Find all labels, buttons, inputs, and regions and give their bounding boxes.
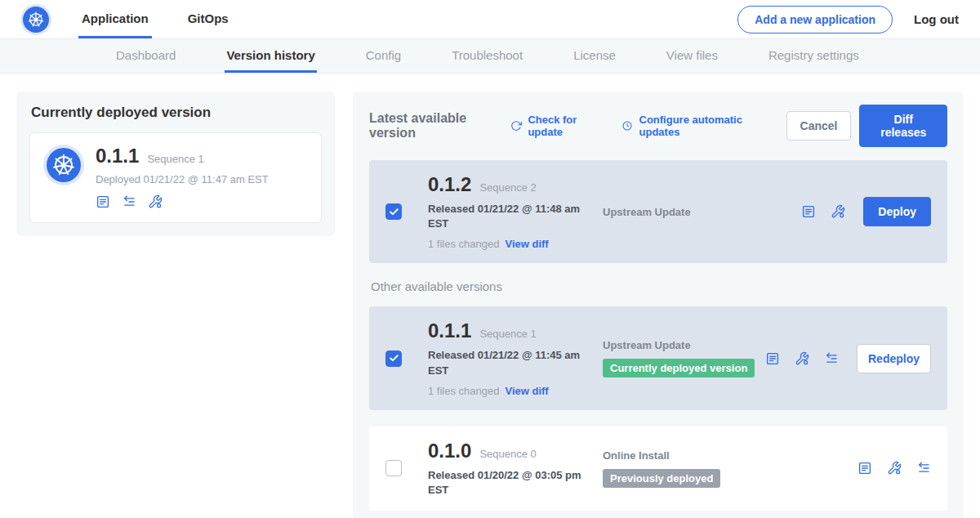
version-info: 0.1.2 Sequence 2 Released 01/21/22 @ 11:…	[428, 173, 598, 250]
version-source: Online Install Previously deployed	[598, 449, 858, 488]
configure-automatic-updates-label: Configure automatic updates	[639, 114, 768, 138]
sequence-label: Sequence 2	[479, 181, 536, 194]
version-source: Upstream Update	[598, 206, 801, 218]
version-row-0-1-1: 0.1.1 Sequence 1 Released 01/21/22 @ 11:…	[369, 306, 947, 409]
version-row-0-1-0: 0.1.0 Sequence 0 Released 01/20/22 @ 03:…	[369, 426, 947, 511]
version-checkbox[interactable]	[385, 460, 402, 476]
released-timestamp: Released 01/20/22 @ 03:05 pm EST	[428, 468, 588, 498]
source-label: Online Install	[603, 449, 858, 462]
subnav-item-troubleshoot[interactable]: Troubleshoot	[450, 39, 524, 73]
latest-version-title: Latest available version	[369, 111, 499, 141]
header-spacer	[265, 0, 738, 38]
subnav-item-view-files[interactable]: View files	[665, 39, 719, 73]
config-icon[interactable]	[148, 194, 163, 209]
checkmark-icon	[389, 207, 399, 217]
logout-link[interactable]: Log out	[914, 12, 959, 26]
config-icon[interactable]	[795, 351, 809, 366]
previously-deployed-badge: Previously deployed	[603, 469, 720, 488]
redeploy-button[interactable]: Redeploy	[857, 344, 931, 373]
released-timestamp: Released 01/21/22 @ 11:48 am EST	[428, 202, 588, 231]
version-checkbox[interactable]	[385, 203, 402, 220]
deployed-sequence-label: Sequence 1	[147, 153, 203, 165]
clock-icon	[621, 119, 633, 132]
view-diff-link[interactable]: View diff	[505, 385, 548, 397]
checkmark-icon	[389, 353, 399, 364]
sequence-label: Sequence 1	[479, 328, 536, 340]
release-notes-icon[interactable]	[765, 351, 780, 366]
version-number: 0.1.0	[428, 440, 471, 462]
files-changed-label: 1 files changed	[428, 238, 499, 250]
release-notes-icon[interactable]	[801, 204, 816, 219]
subnav-item-dashboard[interactable]: Dashboard	[114, 39, 177, 73]
app-header: Application GitOps Add a new application…	[0, 0, 980, 39]
nav-tab-gitops[interactable]: GitOps	[185, 0, 232, 38]
deployed-version-number: 0.1.1	[96, 145, 139, 167]
app-subnav: Dashboard Version history Config Trouble…	[0, 39, 980, 74]
deploy-button[interactable]: Deploy	[863, 197, 931, 226]
version-number: 0.1.1	[428, 319, 471, 342]
sequence-label: Sequence 0	[479, 448, 536, 460]
add-new-application-button[interactable]: Add a new application	[737, 6, 893, 33]
diff-icon[interactable]	[916, 461, 931, 476]
kubernetes-logo	[23, 0, 49, 38]
row-gap	[369, 410, 947, 426]
refresh-icon	[510, 119, 522, 132]
files-changed-label: 1 files changed	[428, 385, 499, 397]
source-label: Upstream Update	[603, 206, 801, 218]
version-info: 0.1.0 Sequence 0 Released 01/20/22 @ 03:…	[428, 440, 598, 498]
version-actions: Deploy	[801, 197, 931, 226]
version-history-panel: Latest available version Check for updat…	[353, 92, 964, 518]
subnav-item-version-history[interactable]: Version history	[225, 39, 316, 73]
version-row-0-1-2: 0.1.2 Sequence 2 Released 01/21/22 @ 11:…	[369, 160, 947, 263]
config-icon[interactable]	[831, 204, 845, 219]
released-timestamp: Released 01/21/22 @ 11:45 am EST	[428, 348, 588, 377]
latest-version-header: Latest available version Check for updat…	[369, 105, 947, 147]
check-for-update-label: Check for update	[528, 114, 604, 138]
diff-releases-button[interactable]: Diff releases	[859, 105, 947, 147]
currently-deployed-panel: Currently deployed version 0.1.1 Sequenc…	[16, 92, 335, 236]
subnav-item-registry-settings[interactable]: Registry settings	[767, 39, 861, 73]
other-versions-label: Other available versions	[371, 279, 946, 293]
currently-deployed-title: Currently deployed version	[31, 105, 322, 121]
version-source: Upstream Update Currently deployed versi…	[598, 339, 765, 377]
check-for-update-link[interactable]: Check for update	[510, 114, 604, 138]
release-notes-icon[interactable]	[96, 194, 110, 209]
nav-tab-application[interactable]: Application	[78, 0, 152, 38]
currently-deployed-badge: Currently deployed version	[603, 359, 755, 377]
main-content: Currently deployed version 0.1.1 Sequenc…	[0, 74, 980, 518]
version-checkbox[interactable]	[385, 351, 402, 367]
app-icon-kubernetes	[47, 148, 81, 182]
version-info: 0.1.1 Sequence 1 Released 01/21/22 @ 11:…	[428, 319, 598, 396]
diff-icon[interactable]	[122, 194, 136, 209]
currently-deployed-card: 0.1.1 Sequence 1 Deployed 01/21/22 @ 11:…	[29, 132, 322, 223]
configure-automatic-updates-link[interactable]: Configure automatic updates	[621, 114, 768, 138]
deployed-timestamp: Deployed 01/21/22 @ 11:47 am EST	[96, 173, 269, 185]
subnav-item-license[interactable]: License	[572, 39, 617, 73]
version-actions: Redeploy	[765, 344, 931, 373]
subnav-item-config[interactable]: Config	[364, 39, 403, 73]
version-actions	[858, 461, 931, 476]
deployed-version-details: 0.1.1 Sequence 1 Deployed 01/21/22 @ 11:…	[96, 145, 269, 209]
source-label: Upstream Update	[603, 339, 765, 351]
config-icon[interactable]	[887, 461, 902, 476]
diff-icon[interactable]	[824, 351, 839, 366]
version-number: 0.1.2	[428, 173, 471, 196]
view-diff-link[interactable]: View diff	[505, 238, 548, 250]
kubernetes-helm-icon	[23, 7, 49, 33]
cancel-button[interactable]: Cancel	[786, 111, 852, 141]
release-notes-icon[interactable]	[858, 461, 872, 476]
